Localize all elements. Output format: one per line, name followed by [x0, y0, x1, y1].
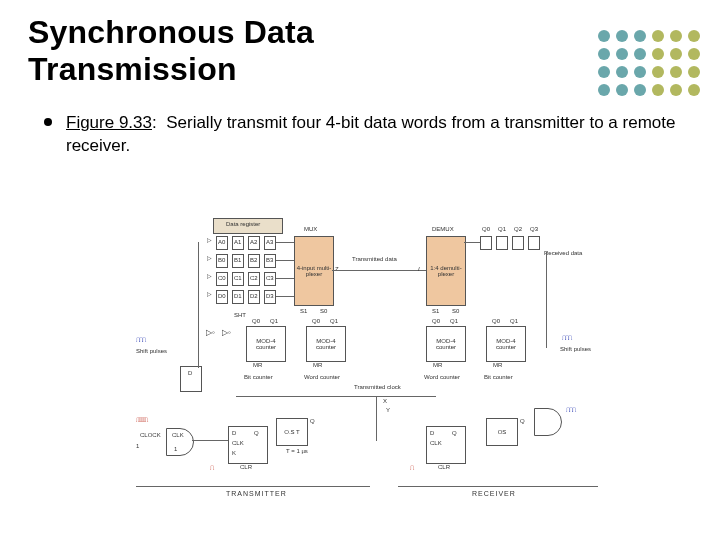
mux-label: MUX — [304, 226, 317, 232]
ff-clr: CLR — [240, 464, 252, 470]
rx-word-counter: MOD-4 counter — [426, 326, 466, 362]
rx-os-box: OS — [486, 418, 518, 446]
figure-diagram: Data register A0 A1 A2 A3 B0 B1 B2 B3 C0… — [136, 218, 616, 508]
lbl-q0: Q0 — [482, 226, 490, 232]
rx-and-gate — [534, 408, 562, 436]
demux-s0: S0 — [452, 308, 459, 314]
mux-s0: S0 — [320, 308, 327, 314]
rx-word-q1: Q1 — [450, 318, 458, 324]
tx-bit-counter-label: Bit counter — [244, 374, 273, 380]
transmitted-clock-label: Transmitted clock — [354, 384, 401, 390]
tx-bit-q0: Q0 — [252, 318, 260, 324]
ff-d: D — [232, 430, 236, 436]
rx-bit-counter-label: Bit counter — [484, 374, 513, 380]
rx-bit-counter: MOD-4 counter — [486, 326, 526, 362]
tx-word-counter-label: Word counter — [304, 374, 340, 380]
lbl-a2: A2 — [250, 239, 257, 245]
rx-word-mr: MR — [433, 362, 442, 368]
ff-clk: CLK — [232, 440, 244, 446]
figure-reference: Figure 9.33 — [66, 113, 152, 132]
rx-ff-q: Q — [452, 430, 457, 436]
reg-q0 — [480, 236, 492, 250]
z-label: Z — [335, 266, 339, 272]
title-line-1: Synchronous Data — [28, 14, 314, 50]
lbl-c2: C2 — [250, 275, 258, 281]
lbl-q3: Q3 — [530, 226, 538, 232]
tx-bit-q1: Q1 — [270, 318, 278, 324]
tx-word-q1: Q1 — [330, 318, 338, 324]
clr-pulse-rx: ⎍ — [410, 464, 413, 471]
lbl-d3: D3 — [266, 293, 274, 299]
received-data-label: Received data — [544, 250, 582, 256]
one-label: 1 — [136, 443, 139, 449]
rx-word-q0: Q0 — [432, 318, 440, 324]
shift-pulses-tx: Shift pulses — [136, 348, 167, 354]
lbl-c0: C0 — [218, 275, 226, 281]
mux-inner-label: 4-input multi-plexer — [295, 265, 333, 277]
lbl-q2: Q2 — [514, 226, 522, 232]
i-label: I — [418, 266, 420, 272]
shift-label: SHT — [234, 312, 246, 318]
demux-label: DEMUX — [432, 226, 454, 232]
y-label: Y — [386, 407, 390, 413]
lbl-b3: B3 — [266, 257, 273, 263]
lbl-a0: A0 — [218, 239, 225, 245]
shift-pulses-rx: Shift pulses — [560, 346, 591, 352]
mux-box: 4-input multi-plexer — [294, 236, 334, 306]
rx-bit-q0: Q0 — [492, 318, 500, 324]
title-line-2: Transmission — [28, 51, 237, 87]
shift-pulse-rx-wave: ⎍⎍⎍ — [562, 334, 571, 341]
rx-out-wave: ⎍⎍⎍ — [566, 406, 575, 413]
transmitted-data-label: Transmitted data — [352, 256, 397, 262]
ost-box: O.S T — [276, 418, 308, 446]
rx-bit-q1: Q1 — [510, 318, 518, 324]
receiver-label: RECEIVER — [472, 490, 516, 497]
not-gate-2: ▷◦ — [222, 328, 231, 337]
data-register-label: Data register — [226, 221, 260, 227]
tx-word-counter: MOD-4 counter — [306, 326, 346, 362]
demux-s1: S1 — [432, 308, 439, 314]
x-label: X — [383, 398, 387, 404]
ff-kclr: K — [232, 450, 236, 456]
lbl-b1: B1 — [234, 257, 241, 263]
rx-word-counter-label: Word counter — [424, 374, 460, 380]
lbl-d1: D1 — [234, 293, 242, 299]
figure-sep: : — [152, 113, 157, 132]
demux-inner-label: 1:4 demulti-plexer — [427, 265, 465, 277]
lbl-c1: C1 — [234, 275, 242, 281]
lbl-c3: C3 — [266, 275, 274, 281]
tx-word-mr: MR — [313, 362, 322, 368]
clock-label: CLOCK — [140, 432, 161, 438]
d-input: D — [188, 370, 192, 376]
bullet-icon — [44, 118, 52, 126]
ost-q: Q — [310, 418, 315, 424]
tx-bit-counter: MOD-4 counter — [246, 326, 286, 362]
lbl-b2: B2 — [250, 257, 257, 263]
rx-ff-clr: CLR — [438, 464, 450, 470]
reg-q2 — [512, 236, 524, 250]
not-gate-1: ▷◦ — [206, 328, 215, 337]
lbl-a3: A3 — [266, 239, 273, 245]
lbl-a1: A1 — [234, 239, 241, 245]
rx-os-q: Q — [520, 418, 525, 424]
slide-body: Figure 9.33: Serially transmit four 4-bi… — [22, 88, 720, 158]
clock-wave: ⎍⎍⎍⎍⎍ — [136, 416, 146, 423]
rx-ff-clk: CLK — [430, 440, 442, 446]
t-label: T = 1 µs — [286, 448, 308, 454]
transmitter-label: TRANSMITTER — [226, 490, 287, 497]
clr-pulse-tx: ⎍ — [210, 464, 213, 471]
reg-q1 — [496, 236, 508, 250]
lbl-d0: D0 — [218, 293, 226, 299]
shift-pulse-tx-wave: ⎍⎍⎍ — [136, 336, 145, 343]
gate-one: 1 — [174, 446, 177, 452]
lbl-q1: Q1 — [498, 226, 506, 232]
reg-q3 — [528, 236, 540, 250]
mux-s1: S1 — [300, 308, 307, 314]
demux-box: 1:4 demulti-plexer — [426, 236, 466, 306]
tx-word-q0: Q0 — [312, 318, 320, 324]
tx-bit-mr: MR — [253, 362, 262, 368]
decorative-dots — [598, 30, 700, 96]
gate-clk: CLK — [172, 432, 184, 438]
rx-bit-mr: MR — [493, 362, 502, 368]
lbl-d2: D2 — [250, 293, 258, 299]
